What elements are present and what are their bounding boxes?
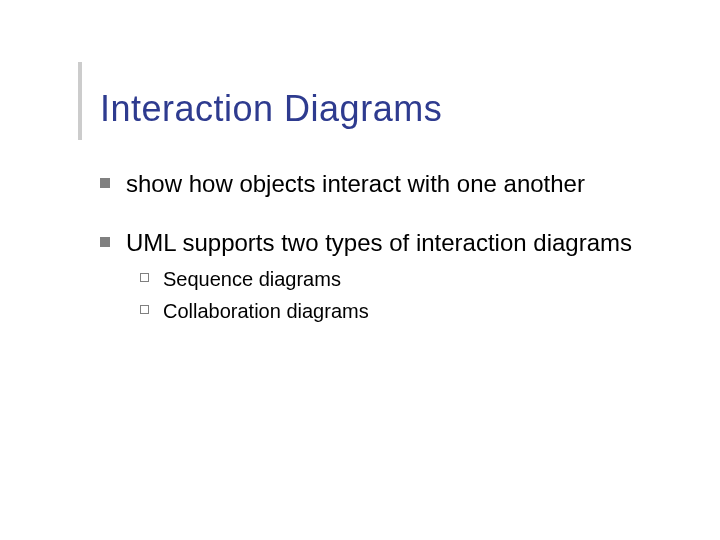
sub-bullet-text: Collaboration diagrams [163,298,369,324]
sub-bullet-square-icon [140,305,149,314]
title-accent-bar [78,62,82,140]
bullet-item: show how objects interact with one anoth… [100,168,660,199]
slide-content: show how objects interact with one anoth… [100,168,660,330]
bullet-square-icon [100,237,110,247]
bullet-text: UML supports two types of interaction di… [126,227,632,258]
sub-bullet-item: Sequence diagrams [140,266,660,292]
sub-bullet-square-icon [140,273,149,282]
sub-bullet-text: Sequence diagrams [163,266,341,292]
bullet-item: UML supports two types of interaction di… [100,227,660,258]
bullet-text: show how objects interact with one anoth… [126,168,585,199]
bullet-square-icon [100,178,110,188]
sub-bullet-item: Collaboration diagrams [140,298,660,324]
sub-bullet-list: Sequence diagrams Collaboration diagrams [140,266,660,324]
slide-title: Interaction Diagrams [100,88,442,130]
